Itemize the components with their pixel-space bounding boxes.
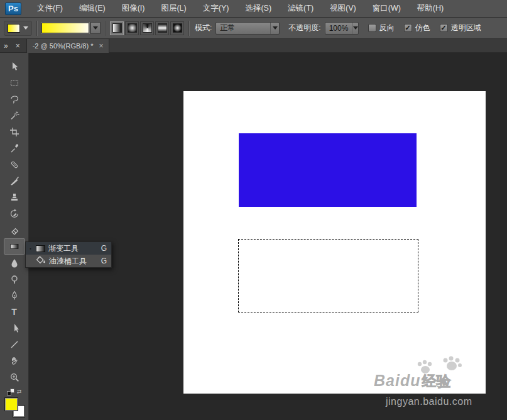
pen-tool-button[interactable] <box>4 287 25 304</box>
menu-edit[interactable]: 编辑(E) <box>71 0 114 17</box>
hand-tool-button[interactable] <box>4 353 25 369</box>
eraser-tool-button[interactable] <box>4 222 25 238</box>
menu-select[interactable]: 选择(S) <box>237 0 280 17</box>
canvas-area[interactable]: Baidu经验 jingyan.baidu.com <box>29 53 507 420</box>
linear-gradient-button[interactable] <box>110 21 124 35</box>
radial-gradient-button[interactable] <box>125 21 139 35</box>
reflected-gradient-button[interactable] <box>155 21 169 35</box>
type-tool-button[interactable]: T <box>4 304 25 320</box>
tool-options-bar: 模式: 正常 不透明度: 100% 反向 ✓ 仿色 ✓ 透明区域 <box>0 18 507 39</box>
move-tool-button[interactable] <box>4 58 25 75</box>
menu-image[interactable]: 图像(I) <box>114 0 153 17</box>
gradient-picker-arrow-button[interactable] <box>90 22 101 34</box>
eyedropper-icon <box>9 143 19 153</box>
menu-view[interactable]: 视图(V) <box>322 0 364 17</box>
gradient-sample-button[interactable] <box>41 23 89 33</box>
transparency-checkbox-group: ✓ 透明区域 <box>440 23 481 33</box>
reverse-checkbox-group: 反向 <box>368 23 395 33</box>
crop-tool-button[interactable] <box>4 124 25 140</box>
blur-tool-button[interactable] <box>4 255 25 271</box>
menu-bar: Ps 文件(F) 编辑(E) 图像(I) 图层(L) 文字(Y) 选择(S) 滤… <box>0 0 507 18</box>
chevron-down-icon <box>352 23 357 34</box>
paw-print-icon <box>406 356 476 377</box>
menu-layer[interactable]: 图层(L) <box>153 0 194 17</box>
clone-stamp-icon <box>9 192 19 202</box>
healing-brush-icon <box>9 160 19 170</box>
transparency-checkbox[interactable]: ✓ <box>440 24 448 32</box>
menu-type[interactable]: 文字(Y) <box>195 0 237 17</box>
menu-file[interactable]: 文件(F) <box>29 0 71 17</box>
document-tab-title: -2 @ 50%(RGB/8) * <box>33 42 94 50</box>
chevron-down-icon <box>270 23 279 34</box>
mode-dropdown[interactable]: 正常 <box>215 22 280 35</box>
opacity-dropdown[interactable]: 100% <box>325 22 359 35</box>
photoshop-window: { "app": { "logo": "Ps" }, "menu": { "it… <box>0 0 507 420</box>
check-icon: ✓ <box>441 25 447 31</box>
chevron-down-icon <box>93 26 98 30</box>
close-panel-icon[interactable]: × <box>12 41 24 50</box>
lasso-icon <box>9 94 19 104</box>
watermark-suffix: 经验 <box>422 373 450 389</box>
brush-tool-button[interactable] <box>4 173 25 189</box>
gradient-editor-control <box>41 22 101 34</box>
dodge-icon <box>9 274 19 284</box>
reverse-label: 反向 <box>379 23 395 33</box>
flyout-item-gradient-tool[interactable]: ▪ 渐变工具 G <box>26 242 111 255</box>
magnifier-icon <box>9 372 19 382</box>
path-selection-tool-button[interactable] <box>4 320 25 336</box>
flyout-item-shortcut: G <box>101 244 107 253</box>
history-brush-tool-button[interactable] <box>4 206 25 222</box>
menu-window[interactable]: 窗口(W) <box>364 0 409 17</box>
foreground-color-swatch[interactable] <box>4 397 18 411</box>
menu-filter[interactable]: 滤镜(T) <box>280 0 322 17</box>
separator <box>36 21 37 36</box>
dither-checkbox[interactable]: ✓ <box>404 24 412 32</box>
dodge-tool-button[interactable] <box>4 271 25 287</box>
line-tool-button[interactable] <box>4 336 25 353</box>
diamond-gradient-button[interactable] <box>170 21 184 35</box>
radial-gradient-icon <box>128 23 137 33</box>
opacity-label: 不透明度: <box>288 23 320 33</box>
baidu-watermark: Baidu经验 <box>374 358 481 394</box>
gradient-icon <box>36 245 45 252</box>
gradient-preset-icon <box>8 24 20 33</box>
menu-help[interactable]: 帮助(H) <box>409 0 452 17</box>
document-tab[interactable]: -2 @ 50%(RGB/8) * × <box>26 39 110 53</box>
hand-icon <box>9 356 19 366</box>
eyedropper-tool-button[interactable] <box>4 140 25 157</box>
tool-preset-picker[interactable] <box>4 21 32 36</box>
reverse-checkbox[interactable] <box>368 24 376 32</box>
lasso-tool-button[interactable] <box>4 91 25 108</box>
swap-colors-icon[interactable]: ⇄ <box>17 389 22 395</box>
gradient-tool-button[interactable] <box>4 238 25 255</box>
watermark-brand: Baidu <box>374 372 420 389</box>
brush-icon <box>9 176 19 186</box>
document-canvas[interactable]: Baidu经验 <box>183 91 486 394</box>
quick-selection-icon <box>9 111 19 121</box>
quick-selection-tool-button[interactable] <box>4 108 25 124</box>
watermark-url: jingyan.baidu.com <box>386 396 472 407</box>
separator <box>188 21 189 36</box>
crop-icon <box>9 127 19 137</box>
gradient-icon <box>9 241 19 251</box>
tools-panel: T ⇄ <box>0 53 29 420</box>
angle-gradient-button[interactable] <box>140 21 154 35</box>
blue-filled-rectangle <box>239 133 417 207</box>
angle-gradient-icon <box>143 23 152 33</box>
gradient-tool-flyout-menu: ▪ 渐变工具 G 油漆桶工具 G <box>25 241 112 268</box>
tab-close-icon[interactable]: × <box>99 41 103 50</box>
clone-stamp-tool-button[interactable] <box>4 189 25 206</box>
check-icon: ✓ <box>405 25 411 31</box>
eraser-icon <box>9 225 19 235</box>
move-icon <box>9 62 19 72</box>
zoom-tool-button[interactable] <box>4 369 25 385</box>
transparency-label: 透明区域 <box>451 23 481 33</box>
spot-healing-brush-tool-button[interactable] <box>4 157 25 173</box>
flyout-item-paint-bucket-tool[interactable]: 油漆桶工具 G <box>26 255 111 267</box>
chevron-down-icon <box>23 26 28 30</box>
default-colors-icon[interactable] <box>7 389 14 395</box>
flyout-item-shortcut: G <box>101 257 107 265</box>
rectangular-marquee-tool-button[interactable] <box>4 75 25 91</box>
gradient-type-buttons <box>110 21 184 35</box>
collapse-panel-icon[interactable]: » <box>0 41 12 50</box>
